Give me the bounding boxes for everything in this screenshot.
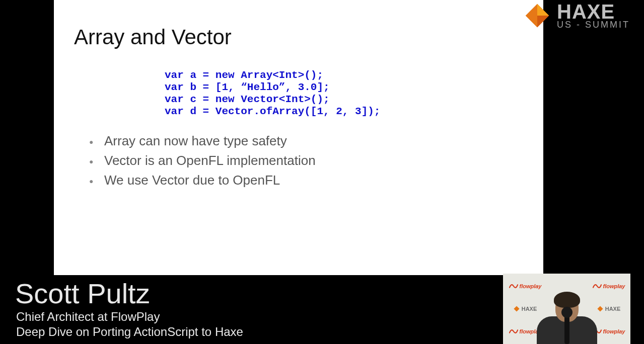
svg-marker-3 [526,16,537,27]
backdrop-flowplay-text: flowplay [519,283,541,289]
svg-marker-4 [514,306,519,311]
microphone-icon [564,314,569,344]
haxe-logo-icon [523,1,552,30]
bullet-list: Array can now have type safety Vector is… [74,133,523,188]
code-line: var a = new Array<Int>(); [165,69,323,81]
talk-title: Deep Dive on Porting ActionScript to Hax… [16,325,243,339]
svg-marker-5 [597,306,603,311]
bullet-item: Vector is an OpenFL implementation [89,153,523,168]
backdrop-flowplay-text: flowplay [603,328,625,334]
speaker-figure [537,294,597,344]
event-logo-subtitle: US - SUMMIT [557,21,630,29]
camera-inset: flowplay flowplay HAXE HAXE flowplay flo… [503,274,630,344]
lower-third: Scott Pultz Chief Architect at FlowPlay … [15,280,243,339]
presentation-slide: Array and Vector var a = new Array<Int>(… [54,0,543,275]
backdrop-haxe-text: HAXE [522,306,537,312]
svg-marker-2 [537,16,549,27]
backdrop-haxe-text: HAXE [605,306,621,312]
slide-title: Array and Vector [74,25,523,49]
speaker-hair [554,292,580,308]
event-logo-text: HAXE US - SUMMIT [557,3,630,29]
event-logo: HAXE US - SUMMIT [523,1,630,30]
bullet-item: We use Vector due to OpenFL [89,173,523,188]
backdrop-flowplay-text: flowplay [603,283,625,289]
event-logo-title: HAXE [557,3,630,21]
code-line: var d = Vector.ofArray([1, 2, 3]); [165,106,380,117]
svg-marker-1 [537,4,549,16]
code-block: var a = new Array<Int>(); var b = [1, “H… [165,69,523,118]
speaker-role: Chief Architect at FlowPlay [16,310,243,324]
code-line: var b = [1, “Hello”, 3.0]; [165,81,330,93]
code-line: var c = new Vector<Int>(); [165,94,330,105]
speaker-name: Scott Pultz [15,280,243,308]
bullet-item: Array can now have type safety [89,133,523,149]
